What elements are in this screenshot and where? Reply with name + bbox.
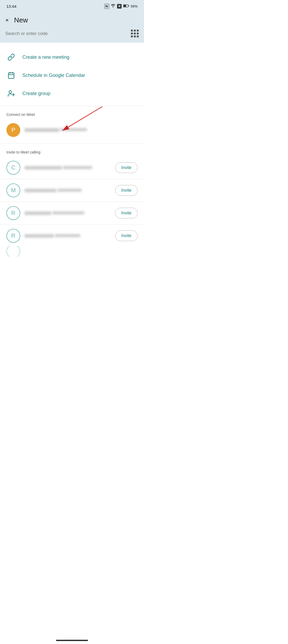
invite-contact-sub-c [63,166,92,169]
invite-button-c[interactable]: Invite [115,162,138,173]
invite-contact-name-r1 [25,211,51,215]
invite-contact-row-r1[interactable]: R Invite [0,203,144,223]
nfc-icon: N [105,4,109,9]
connect-contact-info [25,127,138,133]
battery-icon [123,4,129,8]
svg-rect-2 [123,5,126,7]
invite-contact-name-c [25,166,62,170]
search-input-wrapper[interactable] [5,31,131,36]
invite-button-m[interactable]: Invite [115,185,138,196]
status-time: 13:44 [6,4,17,9]
main-content: Create a new meeting Schedule in Google … [0,43,144,257]
menu-label-create-group: Create group [22,91,50,96]
invite-button-r2[interactable]: Invite [115,230,138,241]
status-bar: 13:44 N ✕ 56% [0,0,144,12]
invite-contact-sub-r2 [55,234,80,237]
divider-5 [0,224,144,225]
invite-button-r1[interactable]: Invite [115,208,138,218]
invite-contact-row-m[interactable]: M Invite [0,180,144,201]
group-add-icon [6,89,16,98]
avatar-c: C [6,161,20,175]
invite-section-label: Invite to Meet calling [0,145,144,158]
svg-point-8 [9,91,11,93]
invite-contact-info-c [25,164,111,171]
divider-3 [0,179,144,179]
connect-contact-sub [60,128,87,131]
svg-rect-4 [9,73,14,78]
avatar-r2: R [6,229,20,243]
divider-2 [0,143,144,144]
divider-4 [0,202,144,202]
connect-contact-row[interactable]: P [6,120,138,140]
svg-rect-3 [128,5,129,6]
invite-contact-row-c[interactable]: C Invite [0,158,144,178]
menu-item-new-meeting[interactable]: Create a new meeting [0,48,144,66]
link-icon [6,52,16,62]
calendar-icon [6,70,16,80]
divider [0,106,144,106]
invite-contact-sub-m [58,189,82,192]
invite-contact-info-r2 [25,233,111,239]
wifi-icon [111,4,115,9]
invite-contact-info-m [25,187,111,194]
invite-contact-row-partial[interactable] [0,246,144,257]
invite-contact-name-m [25,189,57,192]
mute-icon: ✕ [117,4,122,9]
grid-menu-icon[interactable] [131,30,139,37]
avatar-r1: R [6,206,20,220]
page-title: New [14,16,28,24]
close-button[interactable]: × [5,17,9,23]
invite-contact-sub-r1 [52,211,84,214]
menu-section: Create a new meeting Schedule in Google … [0,43,144,105]
battery-percent: 56% [131,4,138,8]
menu-item-schedule-calendar[interactable]: Schedule in Google Calendar [0,66,144,84]
search-bar [0,30,144,43]
avatar-partial [6,246,20,257]
menu-label-new-meeting: Create a new meeting [22,54,69,60]
search-input[interactable] [5,31,131,36]
avatar-m: M [6,183,20,197]
connect-contact-name [25,128,59,132]
svg-point-0 [113,7,114,7]
avatar-p: P [6,123,20,137]
status-icons: N ✕ 56% [105,4,138,9]
invite-contact-name-r2 [25,234,54,238]
header: × New [0,12,144,30]
connect-on-meet-label: Connect on Meet [0,107,144,120]
invite-contact-info-r1 [25,210,111,217]
invite-section: Invite to Meet calling C Invite M Invite [0,145,144,257]
menu-label-schedule-calendar: Schedule in Google Calendar [22,73,85,78]
invite-contact-row-r2[interactable]: R Invite [0,226,144,246]
menu-item-create-group[interactable]: Create group [0,84,144,103]
connect-on-meet-section: Connect on Meet P [0,107,144,142]
